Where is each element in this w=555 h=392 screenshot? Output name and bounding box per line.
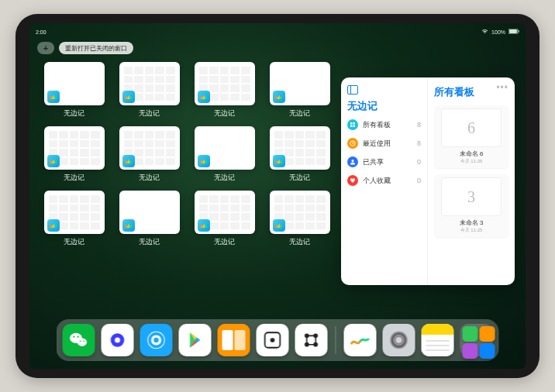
board-name: 未命名 6: [460, 150, 484, 158]
board-canvas: 6: [441, 108, 502, 147]
window-thumb[interactable]: 无边记: [194, 191, 255, 247]
svg-point-10: [78, 338, 87, 346]
window-thumb-label: 无边记: [214, 237, 235, 247]
dock: [57, 319, 499, 361]
window-thumb[interactable]: 无边记: [269, 62, 330, 119]
sidebar-item[interactable]: 所有看板 8: [347, 119, 421, 130]
window-thumb[interactable]: 无边记: [43, 191, 105, 247]
screen: 2:00 100% + 重新打开已关闭的窗口 无边记无边记无边记无边记无边记无边…: [29, 23, 526, 369]
window-thumb[interactable]: 无边记: [119, 126, 180, 183]
add-window-button[interactable]: +: [37, 42, 54, 54]
window-thumb-label: 无边记: [289, 237, 310, 247]
svg-point-11: [73, 336, 74, 338]
freeform-app-icon: [47, 219, 60, 232]
window-thumb-label: 无边记: [64, 173, 84, 183]
grid-app-icon[interactable]: [295, 324, 328, 356]
plus-icon: +: [43, 43, 48, 53]
window-thumb[interactable]: 无边记: [43, 126, 105, 183]
heart-icon: [347, 175, 358, 186]
svg-rect-5: [350, 126, 353, 128]
window-thumb-label: 无边记: [139, 108, 160, 119]
window-thumb-label: 无边记: [289, 108, 310, 119]
sidebar-item-count: 8: [417, 139, 421, 147]
window-thumb[interactable]: 无边记: [119, 191, 180, 247]
window-thumb[interactable]: 无边记: [269, 191, 330, 247]
svg-rect-21: [222, 330, 233, 350]
svg-rect-32: [422, 324, 454, 335]
sidebar-item-count: 0: [417, 177, 421, 184]
freeform-app-icon: [198, 155, 210, 167]
notes-icon[interactable]: [422, 324, 454, 356]
freeform-app-window[interactable]: ••• 无边记 所有看板 8 最近使用 8 已共享 0 个人收藏 0 所有看板 …: [341, 77, 515, 285]
window-thumb-label: 无边记: [289, 173, 310, 183]
window-thumb[interactable]: 无边记: [43, 62, 105, 119]
window-thumb-label: 无边记: [214, 173, 235, 183]
svg-point-24: [271, 338, 275, 342]
status-time: 2:00: [36, 29, 47, 35]
window-thumb-label: 无边记: [214, 108, 235, 119]
freeform-app-icon: [122, 91, 135, 103]
ipad-frame: 2:00 100% + 重新打开已关闭的窗口 无边记无边记无边记无边记无边记无边…: [16, 14, 539, 378]
svg-rect-22: [235, 330, 246, 350]
grid-icon: [347, 119, 358, 130]
sidebar-item-count: 0: [417, 158, 421, 166]
svg-point-13: [80, 340, 81, 342]
window-thumb[interactable]: 无边记: [194, 62, 255, 119]
sidebar-item[interactable]: 最近使用 8: [347, 138, 421, 149]
sidebar-item-label: 已共享: [363, 157, 384, 167]
battery-text: 100%: [491, 29, 505, 35]
board-canvas: 3: [441, 177, 502, 216]
play-icon[interactable]: [179, 324, 212, 356]
sidebar-item-label: 所有看板: [363, 120, 391, 130]
person-icon: [347, 156, 358, 167]
wechat-icon[interactable]: [63, 324, 95, 356]
freeform-sidebar: 无边记 所有看板 8 最近使用 8 已共享 0 个人收藏 0: [341, 77, 428, 285]
freeform-icon[interactable]: [344, 324, 377, 356]
svg-point-12: [78, 336, 79, 338]
window-thumb-label: 无边记: [64, 108, 84, 119]
clock-icon: [347, 138, 358, 149]
sidebar-item-label: 个人收藏: [363, 176, 391, 186]
freeform-app-icon: [47, 91, 60, 103]
quark-icon[interactable]: [102, 324, 134, 356]
freeform-app-icon: [273, 219, 285, 232]
board-item[interactable]: 6 未命名 6 今天 11:25: [434, 105, 508, 168]
dice-icon[interactable]: [257, 324, 289, 356]
reopen-label: 重新打开已关闭的窗口: [65, 44, 127, 53]
dock-separator: [336, 326, 336, 354]
freeform-app-icon: [198, 91, 210, 103]
books-icon[interactable]: [218, 324, 250, 356]
status-right: 100%: [481, 29, 519, 35]
window-thumb-label: 无边记: [64, 237, 84, 247]
window-thumb-label: 无边记: [139, 237, 160, 247]
board-time: 今天 11:25: [460, 227, 483, 234]
freeform-app-icon: [198, 219, 210, 232]
qqbrowser-icon[interactable]: [140, 324, 173, 356]
sidebar-item[interactable]: 个人收藏 0: [347, 175, 421, 186]
freeform-title: 无边记: [347, 99, 421, 113]
freeform-app-icon: [47, 155, 60, 167]
window-thumb[interactable]: 无边记: [269, 126, 330, 183]
svg-rect-1: [509, 29, 517, 33]
app-library-icon[interactable]: [460, 324, 493, 356]
wifi-icon: [481, 29, 488, 35]
more-icon[interactable]: •••: [496, 82, 508, 93]
window-thumb[interactable]: 无边记: [119, 62, 180, 119]
window-thumb-label: 无边记: [139, 173, 160, 183]
svg-point-16: [115, 338, 120, 343]
svg-rect-4: [353, 122, 356, 125]
freeform-app-icon: [273, 155, 285, 167]
reopen-closed-window-button[interactable]: 重新打开已关闭的窗口: [59, 42, 133, 54]
app-switcher-grid: 无边记无边记无边记无边记无边记无边记无边记无边记无边记无边记无边记无边记: [43, 62, 330, 247]
board-item[interactable]: 3 未命名 3 今天 11:25: [434, 174, 508, 237]
freeform-app-icon: [122, 155, 135, 167]
board-name: 未命名 3: [460, 218, 484, 227]
settings-icon[interactable]: [383, 324, 415, 356]
svg-point-8: [352, 160, 354, 162]
sidebar-item[interactable]: 已共享 0: [347, 156, 421, 167]
freeform-app-icon: [122, 219, 135, 232]
battery-icon: [508, 29, 519, 35]
sidebar-toggle-icon[interactable]: [347, 85, 358, 95]
window-thumb[interactable]: 无边记: [194, 126, 255, 183]
board-time: 今天 11:25: [460, 158, 483, 165]
